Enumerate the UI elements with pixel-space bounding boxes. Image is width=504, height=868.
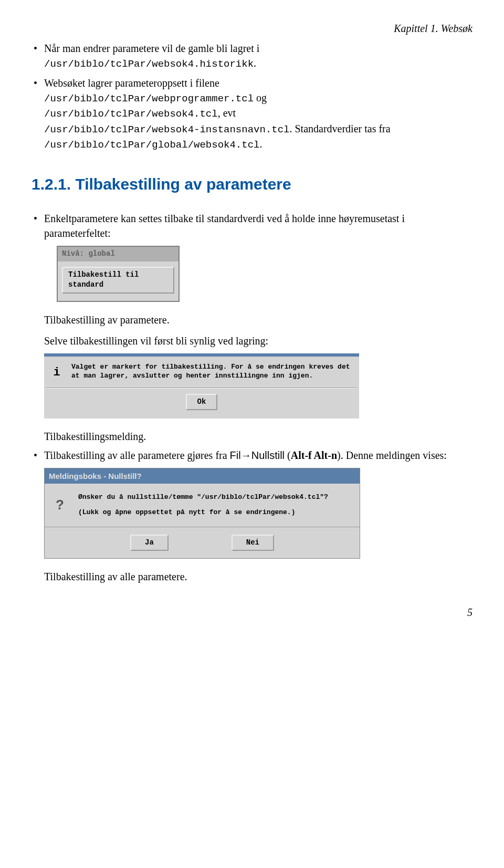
bullet-param-files: Websøket lagrer parameteroppsett i filen… [32, 76, 472, 152]
dialog-info: i Valget er markert for tilbakestilling.… [44, 353, 359, 419]
caption-reset-all: Tilbakestilling av alle parametere. [44, 569, 472, 584]
info-icon: i [50, 365, 63, 381]
menu-nullstill: Nullstill [251, 449, 285, 461]
caption-reset-message: Tilbakestillingsmelding. [44, 429, 472, 444]
text: Websøket lagrer parameteroppsett i filen… [44, 77, 219, 89]
dialog-title: Nivå: global [58, 247, 178, 262]
dialog-context-menu: Nivå: global Tilbakestill til standard [57, 246, 180, 302]
page-number: 5 [32, 605, 472, 620]
path4: /usr/biblo/tclPar/global/websok4.tcl [44, 139, 259, 151]
dialog-nullstill-msg1: Ønsker du å nullstille/tømme "/usr/biblo… [78, 492, 352, 503]
question-icon: ? [52, 495, 68, 514]
word-evt: , evt [218, 107, 236, 119]
path3: /usr/biblo/tclPar/websok4-instansnavn.tc… [44, 124, 289, 135]
path1: /usr/biblo/tclPar/webprogrammer.tcl [44, 93, 254, 104]
bullet-param-historikk: Når man endrer parametere vil de gamle b… [32, 41, 472, 71]
bullet-reset-single: Enkeltparametere kan settes tilbake til … [32, 211, 472, 444]
shortcut: Alt-f Alt-n [291, 449, 337, 461]
section-heading: 1.2.1. Tilbakestilling av parametere [32, 173, 472, 195]
period: . [254, 57, 256, 69]
word-og: og [254, 92, 267, 103]
tail: . Standardverdier tas fra [289, 123, 390, 134]
menu-fil: Fil [230, 449, 241, 461]
path: /usr/biblo/tclPar/websok4.historikk [44, 58, 254, 70]
arrow: → [241, 449, 251, 461]
yes-button[interactable]: Ja [130, 535, 169, 551]
section-title: Tilbakestilling av parametere [75, 175, 291, 193]
reset-to-standard-button[interactable]: Tilbakestill til standard [62, 267, 174, 294]
text-a: Tilbakestilling av alle parametere gjøre… [44, 449, 230, 461]
ok-button[interactable]: Ok [186, 394, 218, 411]
path2: /usr/biblo/tclPar/websok4.tcl [44, 108, 218, 120]
text-b: ( [285, 449, 291, 461]
caption-visible-on-save: Selve tilbakestillingen vil først bli sy… [44, 333, 472, 348]
caption-reset-param: Tilbakestilling av parametere. [44, 312, 472, 327]
no-button[interactable]: Nei [232, 535, 274, 551]
text: Når man endrer parametere vil de gamle b… [44, 43, 259, 54]
bullet-reset-all: Tilbakestilling av alle parametere gjøre… [32, 448, 472, 584]
text-c: ). Denne meldingen vises: [337, 449, 447, 461]
period: . [259, 138, 262, 150]
dialog-nullstill-msg2: (Lukk og åpne oppsettet på nytt for å se… [78, 507, 352, 518]
chapter-header: Kapittel 1. Websøk [32, 21, 472, 36]
text: Enkeltparametere kan settes tilbake til … [44, 213, 405, 239]
section-number: 1.2.1. [32, 175, 71, 193]
dialog-nullstill-title: Meldingsboks - Nullstill? [45, 468, 360, 484]
dialog-info-message: Valget er markert for tilbakestilling. F… [71, 363, 353, 381]
dialog-nullstill: Meldingsboks - Nullstill? ? Ønsker du å … [44, 468, 360, 559]
